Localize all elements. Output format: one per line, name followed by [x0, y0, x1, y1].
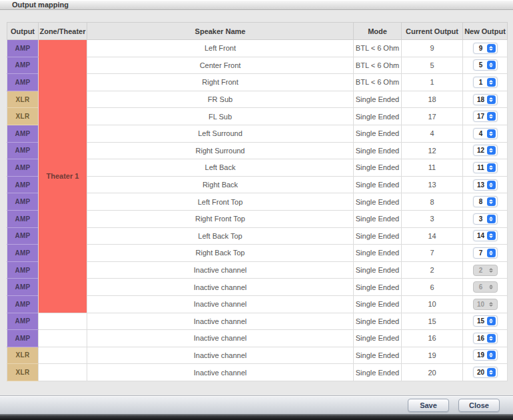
stepper-arrows-icon[interactable] — [487, 163, 496, 172]
stepper-arrows-icon[interactable] — [487, 129, 496, 138]
stepper-value: 11 — [475, 164, 487, 171]
stepper-arrows-icon[interactable] — [487, 351, 496, 359]
mode-cell: Single Ended — [354, 193, 402, 211]
current-output-cell: 12 — [402, 142, 463, 159]
speaker-name-cell: Left Back Top — [87, 227, 354, 245]
new-output-stepper[interactable]: 9 — [473, 43, 498, 54]
stepper-arrows-icon[interactable] — [487, 44, 496, 53]
new-output-cell: 18 — [463, 91, 508, 108]
save-button[interactable]: Save — [408, 399, 449, 412]
mode-cell: Single Ended — [354, 279, 402, 296]
current-output-cell: 15 — [402, 313, 463, 330]
mode-cell: Single Ended — [354, 245, 402, 262]
column-header-new: New Output — [463, 23, 508, 40]
new-output-stepper[interactable]: 8 — [473, 196, 498, 207]
current-output-cell: 1 — [402, 74, 463, 91]
window-bottom-edge — [0, 414, 513, 420]
page-title: Output mapping — [12, 1, 69, 9]
new-output-cell: 20 — [463, 364, 508, 381]
new-output-stepper[interactable]: 16 — [473, 333, 498, 344]
new-output-stepper[interactable]: 14 — [473, 230, 498, 241]
output-type-badge: AMP — [7, 142, 39, 159]
stepper-arrows-icon[interactable] — [487, 61, 496, 69]
new-output-stepper[interactable]: 3 — [473, 213, 498, 225]
speaker-name-cell: Inactive channel — [87, 279, 354, 296]
new-output-stepper[interactable]: 20 — [473, 367, 498, 378]
new-output-stepper[interactable]: 19 — [473, 349, 498, 361]
mode-cell: Single Ended — [354, 91, 402, 108]
new-output-stepper[interactable]: 1 — [473, 77, 498, 88]
new-output-stepper[interactable]: 11 — [473, 162, 498, 173]
column-header-mode: Mode — [354, 23, 402, 40]
current-output-cell: 19 — [402, 347, 463, 364]
close-button[interactable]: Close — [458, 399, 500, 412]
new-output-stepper: 2 — [473, 265, 498, 276]
new-output-cell: 3 — [463, 210, 508, 227]
output-type-badge: AMP — [7, 330, 39, 347]
output-type-badge: AMP — [7, 125, 39, 142]
stepper-arrows-icon[interactable] — [487, 249, 496, 257]
stepper-arrows-icon[interactable] — [487, 231, 496, 240]
new-output-stepper[interactable]: 17 — [473, 111, 498, 122]
new-output-cell: 5 — [463, 57, 508, 74]
mode-cell: Single Ended — [354, 261, 402, 279]
output-type-badge: XLR — [7, 108, 39, 125]
stepper-value: 9 — [475, 45, 487, 52]
output-mapping-table-container: OutputZone/TheaterSpeaker NameModeCurren… — [7, 22, 508, 381]
stepper-value: 2 — [475, 267, 487, 274]
mode-cell: Single Ended — [354, 210, 402, 227]
mode-cell: Single Ended — [354, 176, 402, 193]
output-type-badge: AMP — [7, 159, 39, 177]
new-output-stepper[interactable]: 5 — [473, 59, 498, 71]
output-type-badge: AMP — [7, 40, 39, 57]
speaker-name-cell: Inactive channel — [87, 313, 354, 330]
new-output-cell: 8 — [463, 193, 508, 211]
new-output-stepper[interactable]: 4 — [473, 128, 498, 139]
stepper-arrows-icon[interactable] — [487, 317, 496, 325]
stepper-value: 20 — [475, 369, 487, 376]
new-output-cell: 12 — [463, 142, 508, 159]
new-output-cell: 2 — [463, 261, 508, 279]
stepper-value: 5 — [475, 61, 487, 69]
column-header-current: Current Output — [402, 23, 463, 40]
stepper-arrows-icon[interactable] — [487, 95, 496, 104]
stepper-arrows-icon[interactable] — [487, 334, 496, 343]
stepper-arrows-icon[interactable] — [487, 368, 496, 377]
stepper-arrows-icon[interactable] — [487, 197, 496, 206]
mode-cell: BTL < 6 Ohm — [354, 40, 402, 57]
current-output-cell: 14 — [402, 227, 463, 245]
stepper-arrows-icon — [487, 300, 496, 309]
new-output-stepper[interactable]: 18 — [473, 94, 498, 105]
new-output-cell: 11 — [463, 159, 508, 177]
output-type-badge: AMP — [7, 227, 39, 245]
stepper-arrows-icon[interactable] — [487, 146, 496, 155]
new-output-cell: 7 — [463, 245, 508, 262]
mode-cell: BTL < 6 Ohm — [354, 74, 402, 91]
new-output-cell: 10 — [463, 295, 508, 313]
speaker-name-cell: Right Back — [87, 176, 354, 193]
new-output-stepper: 10 — [473, 299, 498, 310]
stepper-arrows-icon[interactable] — [487, 112, 496, 121]
stepper-arrows-icon[interactable] — [487, 78, 496, 87]
new-output-stepper[interactable]: 15 — [473, 315, 498, 327]
table-row: XLRInactive channelSingle Ended2020 — [7, 364, 508, 381]
output-type-badge: AMP — [7, 193, 39, 211]
mode-cell: Single Ended — [354, 125, 402, 142]
new-output-stepper[interactable]: 7 — [473, 247, 498, 259]
stepper-value: 13 — [475, 181, 487, 189]
stepper-arrows-icon[interactable] — [487, 215, 496, 223]
new-output-cell: 16 — [463, 330, 508, 347]
speaker-name-cell: Inactive channel — [87, 295, 354, 313]
zone-theater-cell-empty — [39, 313, 87, 330]
zone-theater-cell-empty — [39, 364, 87, 381]
new-output-stepper[interactable]: 12 — [473, 145, 498, 156]
mode-cell: Single Ended — [354, 142, 402, 159]
stepper-arrows-icon — [487, 283, 496, 291]
stepper-arrows-icon[interactable] — [487, 181, 496, 189]
output-type-badge: XLR — [7, 347, 39, 364]
current-output-cell: 16 — [402, 330, 463, 347]
speaker-name-cell: Center Front — [87, 57, 354, 74]
new-output-stepper[interactable]: 13 — [473, 179, 498, 191]
speaker-name-cell: Right Back Top — [87, 245, 354, 262]
stepper-value: 7 — [475, 249, 487, 257]
